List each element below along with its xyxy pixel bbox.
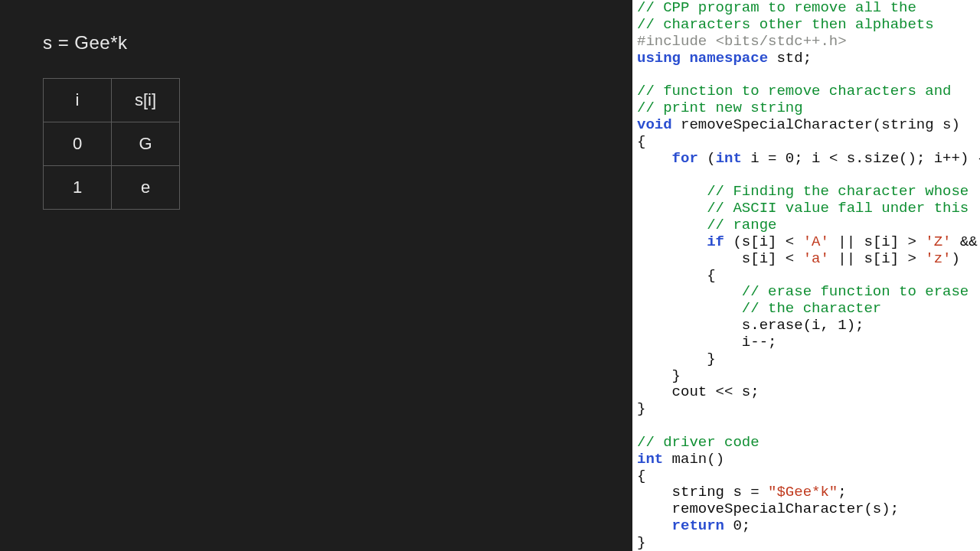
code-text: ) xyxy=(952,250,960,267)
code-char: 'Z' xyxy=(925,233,951,250)
code-comment: // print new string xyxy=(637,99,803,116)
cell-i: 0 xyxy=(44,122,112,166)
code-comment: // CPP program to remove all the xyxy=(637,0,916,16)
code-keyword: if xyxy=(707,233,724,250)
code-text: removeSpecialCharacter(s); xyxy=(637,500,899,517)
code-text: removeSpecialCharacter(string s) xyxy=(672,116,960,133)
code-comment: // Finding the character whose xyxy=(637,183,969,200)
code-text: main() xyxy=(663,451,724,468)
table-header-row: i s[i] xyxy=(44,79,180,122)
code-comment: // the character xyxy=(637,300,881,317)
code-text: && xyxy=(952,233,978,250)
code-keyword: using xyxy=(637,50,681,67)
code-text: cout << s; xyxy=(637,383,760,400)
code-type: int xyxy=(716,150,742,167)
code-text: || s[i] > xyxy=(829,233,925,250)
cell-i: 1 xyxy=(44,166,112,210)
code-preprocessor: #include <bits/stdc++.h> xyxy=(637,33,847,50)
code-text: std; xyxy=(768,50,812,67)
code-text: ; xyxy=(838,484,846,500)
variable-display: s = Gee*k xyxy=(43,32,632,54)
cell-si: G xyxy=(112,122,180,166)
code-text: (s[i] < xyxy=(724,233,803,250)
visualization-pane: s = Gee*k i s[i] 0 G 1 e xyxy=(0,0,632,551)
code-comment: // characters other then alphabets xyxy=(637,16,934,33)
cell-si: e xyxy=(112,166,180,210)
code-text: { xyxy=(637,468,645,484)
code-text: } xyxy=(637,400,645,417)
code-text: i = 0; i < s.size(); i++) { xyxy=(742,150,980,167)
code-text: } xyxy=(637,367,681,384)
code-keyword: return xyxy=(672,517,724,534)
source-code: // CPP program to remove all the // char… xyxy=(637,0,980,551)
code-text: s.erase(i, 1); xyxy=(637,317,864,334)
trace-table: i s[i] 0 G 1 e xyxy=(43,78,180,210)
code-char: 'z' xyxy=(925,250,951,267)
code-comment: // range xyxy=(637,217,776,233)
code-text: 0; xyxy=(724,517,750,534)
code-text: } xyxy=(637,350,716,367)
code-text: ( xyxy=(698,150,716,167)
code-text xyxy=(637,233,707,250)
code-string: "$Gee*k" xyxy=(768,484,838,500)
code-text: { xyxy=(637,267,716,284)
code-text: { xyxy=(637,133,645,150)
table-row: 1 e xyxy=(44,166,180,210)
code-type: void xyxy=(637,116,672,133)
code-text: string s = xyxy=(637,484,768,500)
code-type: int xyxy=(637,451,663,468)
header-i: i xyxy=(44,79,112,122)
code-char: 'a' xyxy=(803,250,829,267)
table-row: 0 G xyxy=(44,122,180,166)
code-comment: // driver code xyxy=(637,434,760,451)
code-keyword: for xyxy=(672,150,698,167)
code-keyword: namespace xyxy=(689,50,768,67)
code-comment: // ASCII value fall under this xyxy=(637,200,969,217)
code-text: i--; xyxy=(637,334,776,350)
code-text: || s[i] > xyxy=(829,250,925,267)
code-text xyxy=(637,150,672,167)
code-pane: // CPP program to remove all the // char… xyxy=(632,0,980,551)
header-si: s[i] xyxy=(112,79,180,122)
code-comment: // erase function to erase xyxy=(637,283,969,300)
code-char: 'A' xyxy=(803,233,829,250)
code-text: s[i] < xyxy=(637,250,803,267)
code-text: } xyxy=(637,534,645,551)
code-text xyxy=(637,517,672,534)
code-comment: // function to remove characters and xyxy=(637,83,951,99)
